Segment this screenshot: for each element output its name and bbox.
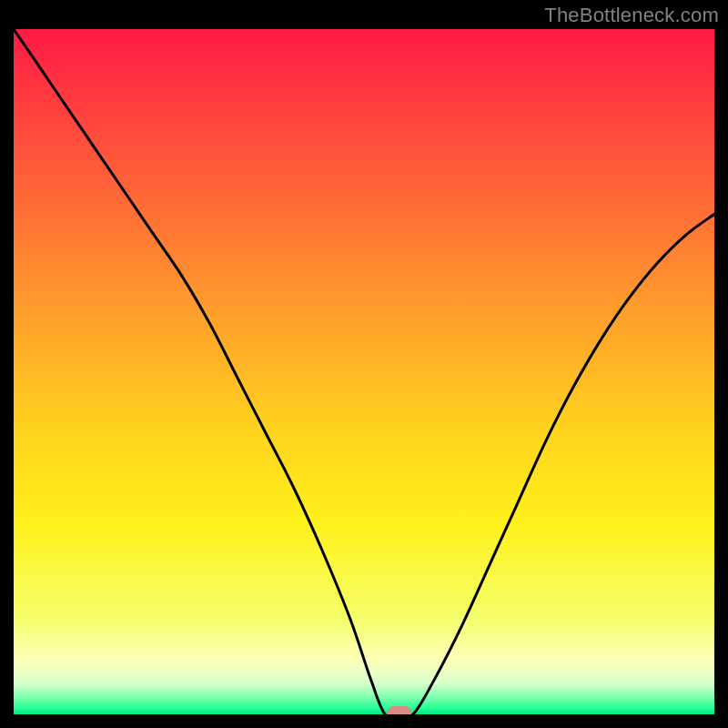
plot-area bbox=[14, 29, 714, 714]
watermark-text: TheBottleneck.com bbox=[544, 4, 719, 27]
bottleneck-curve bbox=[14, 29, 714, 714]
chart-frame: TheBottleneck.com bbox=[0, 0, 728, 728]
optimal-marker bbox=[388, 706, 411, 714]
